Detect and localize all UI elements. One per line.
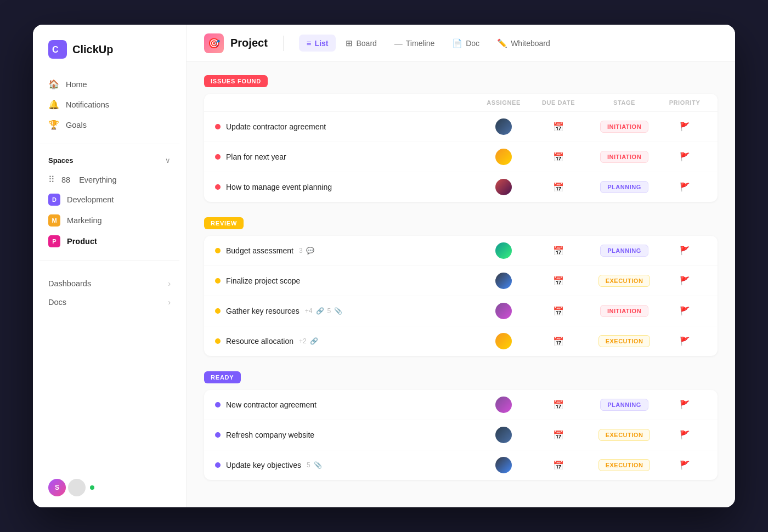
table-row[interactable]: Refresh company website 📅 EXECUTION 🚩 [204,420,718,450]
group-label-review: REVIEW [204,217,244,229]
avatar [495,303,512,319]
table-row[interactable]: Update key objectives 5 📎 📅 EXECUTION [204,450,718,480]
tab-whiteboard-label: Whiteboard [511,39,550,48]
group-header-review: REVIEW [204,217,718,229]
list-icon: ≡ [307,38,312,48]
due-date-cell: 📅 [531,122,586,132]
task-name-cell: Plan for next year [215,152,476,161]
link-icon: 🔗 [310,337,318,345]
task-dot-red [215,124,221,129]
tab-board-label: Board [356,39,376,48]
task-dot-yellow [215,248,221,253]
avatar [495,149,512,165]
task-dot-purple [215,402,221,408]
table-row[interactable]: Finalize project scope 📅 EXECUTION 🚩 [204,266,718,296]
sidebar-item-product[interactable]: P Product [39,231,179,252]
doc-icon: 📄 [452,38,462,48]
tab-timeline[interactable]: — Timeline [387,35,442,52]
task-dot-red [215,154,221,160]
assignee-cell [476,273,531,289]
stage-cell: EXECUTION [586,429,663,441]
assignee-cell [476,303,531,319]
link-icon: 🔗 [316,307,324,315]
stage-cell: PLANNING [586,181,663,193]
comment-icon: 💬 [306,247,314,254]
table-row[interactable]: New contractor agreement 📅 PLANNING 🚩 [204,390,718,420]
sidebar-item-goals[interactable]: 🏆 Goals [39,115,179,135]
docs-chevron-icon: › [168,298,171,307]
table-row[interactable]: Update contractor agreement 📅 INITIATION… [204,112,718,142]
sidebar-bottom: S [33,470,186,496]
task-name-cell: Budget assessment 3 💬 [215,246,476,255]
sidebar-item-home-label: Home [66,80,87,89]
home-icon: 🏠 [48,79,59,89]
nav-items: 🏠 Home 🔔 Notifications 🏆 Goals [33,74,186,135]
priority-cell: 🚩 [663,460,707,470]
task-name-cell: Update contractor agreement [215,122,476,131]
spaces-label: Spaces [48,156,74,165]
sidebar-item-marketing-label: Marketing [67,216,102,225]
sidebar-item-everything[interactable]: ⠿ 88 Everything [39,170,179,189]
logo-text: ClickUp [72,43,113,56]
priority-cell: 🚩 [663,336,707,346]
assignee-cell [476,333,531,349]
stage-cell: EXECUTION [586,275,663,287]
task-name: Budget assessment [226,246,293,255]
project-title: 🎯 Project [204,33,268,53]
priority-cell: 🚩 [663,430,707,440]
stage-badge: EXECUTION [598,275,651,287]
table-row[interactable]: Plan for next year 📅 INITIATION 🚩 [204,142,718,172]
task-name: Update key objectives [226,461,301,469]
stage-badge: INITIATION [600,305,648,317]
avatar [495,118,512,135]
sidebar-item-development[interactable]: D Development [39,189,179,210]
sidebar-divider [39,144,179,144]
table-row[interactable]: Resource allocation +2 🔗 📅 EXECUTION [204,326,718,356]
spaces-chevron-icon[interactable]: ∨ [165,156,171,165]
task-name-cell: Update key objectives 5 📎 [215,461,476,469]
task-dot-yellow [215,278,221,284]
assignee-cell [476,118,531,135]
task-name-cell: New contractor agreement [215,400,476,409]
task-name-cell: Gather key resources +4 🔗 5 📎 [215,307,476,315]
tab-whiteboard[interactable]: ✏️ Whiteboard [489,35,558,52]
sidebar-item-docs[interactable]: Docs › [39,293,179,312]
table-row[interactable]: Budget assessment 3 💬 📅 PLANNING [204,236,718,266]
assignee-cell [476,242,531,259]
table-row[interactable]: How to manage event planning 📅 PLANNING … [204,172,718,202]
content-area: ISSUES FOUND ASSIGNEE DUE DATE STAGE PRI… [187,62,735,507]
sidebar-item-notifications[interactable]: 🔔 Notifications [39,94,179,115]
task-meta: 5 📎 [307,461,322,469]
due-date-cell: 📅 [531,460,586,471]
avatar [495,397,512,413]
avatar-group[interactable]: S [48,479,86,496]
avatar [495,242,512,259]
due-date-cell: 📅 [531,400,586,410]
marketing-badge: M [48,214,60,227]
group-issues: ISSUES FOUND ASSIGNEE DUE DATE STAGE PRI… [204,75,718,202]
dashboards-chevron-icon: › [168,279,171,288]
stage-cell: INITIATION [586,151,663,163]
tab-board[interactable]: ⊞ Board [338,35,384,52]
svg-text:C: C [52,45,59,54]
priority-cell: 🚩 [663,182,707,192]
assignee-cell [476,179,531,195]
timeline-icon: — [394,38,403,48]
task-name: Plan for next year [226,152,286,161]
stage-cell: INITIATION [586,305,663,317]
project-name: Project [230,37,268,49]
table-row[interactable]: Gather key resources +4 🔗 5 📎 📅 [204,296,718,326]
product-badge: P [48,235,60,247]
sidebar-item-marketing[interactable]: M Marketing [39,210,179,231]
task-name: Resource allocation [226,337,293,346]
priority-cell: 🚩 [663,246,707,256]
tab-doc[interactable]: 📄 Doc [444,35,487,52]
sidebar-divider-2 [39,261,179,261]
tab-list[interactable]: ≡ List [299,35,336,52]
stage-badge: EXECUTION [598,335,651,347]
avatar [495,333,512,349]
task-name-cell: Resource allocation +2 🔗 [215,337,476,346]
due-date-cell: 📅 [531,336,586,347]
sidebar-item-dashboards[interactable]: Dashboards › [39,274,179,293]
sidebar-item-home[interactable]: 🏠 Home [39,74,179,94]
